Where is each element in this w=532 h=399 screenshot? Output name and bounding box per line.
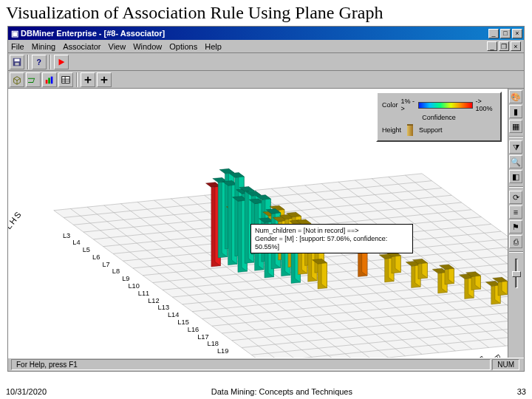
view-toolbar xyxy=(8,71,524,89)
palette-icon: 🎨 xyxy=(511,92,521,102)
play-icon xyxy=(56,57,66,67)
rule-line-1: Num_children = [Not in record] ==> xyxy=(255,227,409,235)
threshold-slider[interactable] xyxy=(515,259,518,288)
status-bar: For Help, press F1 NUM xyxy=(8,358,524,371)
svg-text:?: ? xyxy=(37,57,41,66)
main-toolbar: ? xyxy=(8,53,524,71)
svg-text:LHS: LHS xyxy=(8,209,24,231)
question-icon: ? xyxy=(34,57,44,67)
svg-rect-9 xyxy=(28,78,35,82)
svg-rect-10 xyxy=(46,80,48,83)
menu-view[interactable]: View xyxy=(109,42,126,51)
menu-bar: File Mining Associator View Window Optio… xyxy=(8,40,524,53)
mdi-close-button[interactable]: × xyxy=(511,41,521,51)
depth-icon: ◧ xyxy=(512,172,519,182)
svg-text:R12: R12 xyxy=(477,355,490,358)
confidence-color-ramp xyxy=(418,102,473,109)
cube-icon xyxy=(12,75,22,85)
menu-window[interactable]: Window xyxy=(133,42,162,51)
save-button[interactable] xyxy=(10,55,24,69)
svg-text:L8: L8 xyxy=(112,267,120,275)
mdi-minimize-button[interactable]: _ xyxy=(487,41,497,51)
print-icon: ⎙ xyxy=(514,237,519,246)
run-button[interactable] xyxy=(54,55,69,69)
title-bar: ▣ DBMiner Enterprise - [#8- Associator] … xyxy=(8,27,524,40)
footer-date: 10/31/2020 xyxy=(6,387,47,396)
menu-mining[interactable]: Mining xyxy=(32,42,55,51)
view-grid3d-button[interactable] xyxy=(26,72,41,87)
svg-text:L19: L19 xyxy=(217,347,228,355)
maximize-button[interactable]: □ xyxy=(500,29,511,38)
mdi-restore-button[interactable]: ❐ xyxy=(499,41,509,51)
slide-footer: 10/31/2020 Data Mining: Concepts and Tec… xyxy=(0,384,532,399)
footer-center: Data Mining: Concepts and Techniques xyxy=(47,387,517,396)
svg-text:L11: L11 xyxy=(138,290,149,297)
slider-thumb[interactable] xyxy=(512,271,521,277)
menu-file[interactable]: File xyxy=(11,42,24,51)
svg-text:L6: L6 xyxy=(92,253,100,261)
help-button[interactable]: ? xyxy=(32,55,47,69)
grid-icon: ▦ xyxy=(512,122,519,132)
legend-ramp-start: 1% -> xyxy=(401,98,415,112)
save-icon xyxy=(12,57,22,67)
close-button[interactable]: × xyxy=(512,29,522,38)
plus-icon xyxy=(83,75,93,85)
svg-rect-11 xyxy=(48,78,50,83)
svg-rect-1 xyxy=(15,58,20,61)
zoom-in-button[interactable] xyxy=(81,72,95,87)
view-barchart-button[interactable] xyxy=(42,72,57,87)
menu-help[interactable]: Help xyxy=(205,42,222,51)
depth-button[interactable]: ◧ xyxy=(509,170,522,183)
rotate-button[interactable]: ⟳ xyxy=(509,191,522,204)
minimize-button[interactable]: _ xyxy=(488,29,499,38)
svg-text:L18: L18 xyxy=(208,340,219,347)
legend-ramp-mid: Confidence xyxy=(422,114,456,121)
legend-height-value: Support xyxy=(419,126,443,134)
svg-text:L14: L14 xyxy=(168,311,179,318)
print-button[interactable]: ⎙ xyxy=(509,235,522,248)
slide-title: Visualization of Association Rule Using … xyxy=(0,0,532,26)
zoom-icon: 🔍 xyxy=(511,157,521,167)
svg-text:L16: L16 xyxy=(188,326,199,333)
rotate-icon: ⟳ xyxy=(513,193,519,202)
menu-associator[interactable]: Associator xyxy=(63,42,100,51)
level-button[interactable]: ≡ xyxy=(509,205,522,219)
svg-rect-2 xyxy=(15,62,18,65)
svg-rect-13 xyxy=(62,76,70,83)
palette-button[interactable]: 🎨 xyxy=(509,90,522,103)
barchart-icon xyxy=(44,75,55,85)
zoom-out-button[interactable] xyxy=(97,72,112,87)
app-icon: ▣ xyxy=(11,29,18,38)
bars-button[interactable]: ▮ xyxy=(509,105,522,118)
grid3d-icon xyxy=(28,75,38,85)
filter-button[interactable]: ⧩ xyxy=(509,140,522,154)
plus-icon xyxy=(99,75,109,85)
svg-line-6 xyxy=(14,78,17,81)
rule-line-2: Gender = [M] : [support: 57.06%, confide… xyxy=(255,235,409,251)
svg-rect-12 xyxy=(51,76,53,83)
svg-text:L12: L12 xyxy=(148,297,159,304)
level-icon: ≡ xyxy=(514,208,518,216)
plot-area[interactable]: L3L4L5L6L7L8L9L10L11L12L13L14L15L16L17L1… xyxy=(8,89,524,358)
legend-panel: Color 1% -> -> 100% Confidence Height Su… xyxy=(376,92,502,142)
view-table-button[interactable] xyxy=(58,72,73,87)
svg-text:L17: L17 xyxy=(197,333,208,341)
view-cube-button[interactable] xyxy=(10,72,24,87)
status-message: For Help, press F1 xyxy=(11,359,491,370)
menu-options[interactable]: Options xyxy=(169,42,197,51)
zoom-button[interactable]: 🔍 xyxy=(509,155,522,168)
svg-text:L13: L13 xyxy=(158,304,169,311)
legend-ramp-end: -> 100% xyxy=(476,98,497,112)
svg-text:L7: L7 xyxy=(102,261,109,268)
grid-button[interactable]: ▦ xyxy=(509,120,522,133)
legend-color-label: Color xyxy=(382,101,398,109)
flag-button[interactable]: ⚑ xyxy=(509,220,522,233)
table-icon xyxy=(61,75,71,85)
svg-marker-4 xyxy=(59,58,65,65)
svg-marker-116 xyxy=(219,168,234,174)
svg-text:L3: L3 xyxy=(63,232,70,239)
svg-text:L9: L9 xyxy=(122,275,129,282)
svg-text:R13: R13 xyxy=(493,353,506,358)
window-title: DBMiner Enterprise - [#8- Associator] xyxy=(21,29,165,38)
vertical-toolbar: 🎨 ▮ ▦ ⧩ 🔍 ◧ ⟳ ≡ ⚑ ⎙ xyxy=(508,89,524,358)
